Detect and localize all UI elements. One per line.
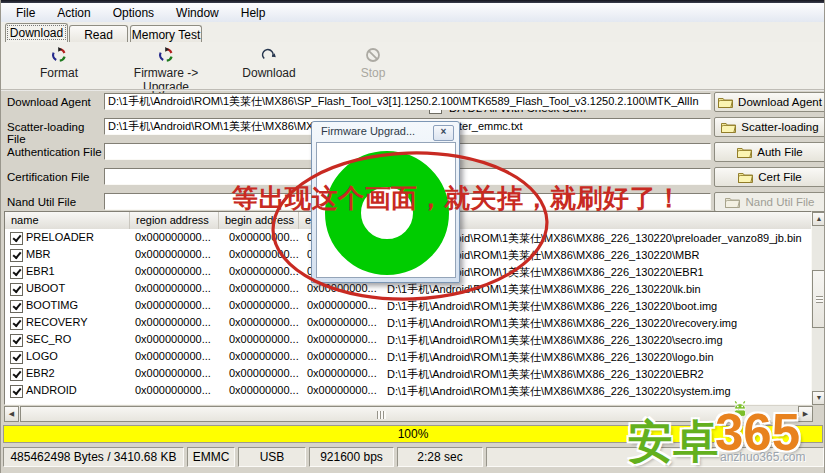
table-row[interactable]: LOGO0x000000000...0x00000000...0x0000000… [5, 348, 811, 365]
firmware-upgrade-button[interactable]: Firmware -> Upgrade [111, 47, 221, 85]
row-checkbox[interactable] [10, 249, 23, 262]
row-name: RECOVERY [26, 316, 88, 328]
folder-icon [721, 122, 736, 133]
format-label: Format [40, 66, 78, 80]
scroll-up-icon[interactable]: ▲ [812, 212, 825, 226]
menu-window[interactable]: Window [165, 4, 230, 22]
table-row[interactable]: SEC_RO0x000000000...0x00000000...0x00000… [5, 331, 811, 348]
scatter-file-label: Scatter-loading File [7, 121, 105, 145]
row-region-address: 0x000000000... [135, 231, 211, 243]
column-header-name[interactable]: name [5, 212, 130, 229]
scroll-left-icon[interactable]: ◀ [4, 406, 19, 422]
download-button[interactable]: Download [214, 47, 324, 85]
nand-util-label: Nand Util File [7, 196, 105, 208]
cert-file-label: Certification File [7, 171, 105, 183]
row-end-address: 0x00000000... [307, 316, 377, 328]
auth-file-label: Authentication File [7, 146, 105, 158]
row-end-address: 0x00000000... [307, 333, 377, 345]
column-header-region-address[interactable]: region address [130, 212, 219, 229]
menu-file[interactable]: File [5, 4, 46, 22]
row-checkbox[interactable] [10, 232, 23, 245]
close-icon[interactable]: × [433, 125, 454, 141]
auth-file-browse-button[interactable]: Auth File [714, 142, 825, 162]
status-elapsed-time: 2:28 sec [397, 447, 483, 467]
scatter-loading-browse-label: Scatter-loading [741, 121, 818, 133]
download-arrow-icon [261, 47, 277, 63]
row-file-path: D:\1手机\Android\ROM\1美莱仕\MX86\MX86_226_13… [387, 384, 731, 399]
row-end-address: 0x00000000... [307, 384, 377, 396]
row-region-address: 0x000000000... [135, 282, 211, 294]
row-name: EBR1 [26, 265, 55, 277]
row-region-address: 0x000000000... [135, 265, 211, 277]
row-name: SEC_RO [26, 333, 71, 345]
tab-memory-test[interactable]: Memory Test [130, 25, 202, 42]
row-name: LOGO [26, 350, 58, 362]
download-agent-browse-button[interactable]: Download Agent [714, 92, 825, 112]
status-storage-type: EMMC [187, 447, 235, 467]
table-row[interactable]: ANDROID0x000000000...0x00000000...0x0000… [5, 382, 811, 399]
row-end-address: 0x00000000... [307, 350, 377, 362]
row-name: MBR [26, 248, 50, 260]
table-horizontal-scrollbar[interactable]: ◀ ▶ [4, 406, 813, 422]
horizontal-scroll-thumb[interactable] [20, 406, 739, 422]
folder-icon [725, 197, 740, 208]
row-checkbox[interactable] [10, 266, 23, 279]
download-agent-field[interactable]: D:\1手机\Android\ROM\1美莱仕\MX86\SP_Flash_To… [104, 93, 711, 110]
scroll-down-icon[interactable]: ▼ [812, 391, 825, 405]
vertical-scroll-thumb[interactable] [812, 270, 825, 328]
row-checkbox[interactable] [10, 283, 23, 296]
row-file-path: D:\1手机\Android\ROM\1美莱仕\MX86\MX86_226_13… [387, 282, 701, 297]
row-checkbox[interactable] [10, 351, 23, 364]
row-begin-address: 0x00000000... [229, 282, 299, 294]
row-checkbox[interactable] [10, 368, 23, 381]
table-row[interactable]: BOOTIMG0x000000000...0x00000000...0x0000… [5, 297, 811, 314]
row-begin-address: 0x00000000... [229, 367, 299, 379]
row-begin-address: 0x00000000... [229, 231, 299, 243]
cert-file-browse-button[interactable]: Cert File [714, 167, 825, 187]
row-file-path: D:\1手机\Android\ROM\1美莱仕\MX86\MX86_226_13… [387, 299, 717, 314]
menu-bar: File Action Options Window Help [1, 3, 825, 22]
row-region-address: 0x000000000... [135, 248, 211, 260]
folder-icon [718, 97, 733, 108]
scroll-grip [816, 296, 823, 303]
row-end-address: 0x00000000... [307, 299, 377, 311]
format-button[interactable]: Format [4, 47, 114, 85]
row-end-address: 0x00000000... [307, 282, 377, 294]
row-checkbox[interactable] [10, 317, 23, 330]
flash-tool-window: File Action Options Window Help Download… [0, 0, 825, 473]
status-empty-cell [486, 447, 824, 467]
stop-label: Stop [361, 66, 386, 80]
table-row[interactable]: RECOVERY0x000000000...0x00000000...0x000… [5, 314, 811, 331]
row-begin-address: 0x00000000... [229, 316, 299, 328]
menu-action[interactable]: Action [46, 4, 101, 22]
row-name: ANDROID [26, 384, 77, 396]
table-vertical-scrollbar[interactable]: ▲ ▼ [812, 212, 825, 405]
row-name: UBOOT [26, 282, 65, 294]
stop-button: Stop [318, 47, 428, 85]
dialog-title[interactable]: Firmware Upgrad... [321, 125, 415, 137]
table-row[interactable]: EBR20x000000000...0x00000000...0x0000000… [5, 365, 811, 382]
row-checkbox[interactable] [10, 300, 23, 313]
row-checkbox[interactable] [10, 385, 23, 398]
tab-download[interactable]: Download [5, 23, 68, 42]
row-name: BOOTIMG [26, 299, 78, 311]
row-checkbox[interactable] [10, 334, 23, 347]
row-file-path: D:\1手机\Android\ROM\1美莱仕\MX86\MX86_226_13… [387, 350, 714, 365]
status-baud-rate: 921600 bps [309, 447, 394, 467]
folder-icon [737, 147, 752, 158]
row-region-address: 0x000000000... [135, 316, 211, 328]
scroll-right-icon[interactable]: ▶ [798, 406, 813, 422]
tab-read-back[interactable]: Read back [69, 25, 128, 42]
row-name: EBR2 [26, 367, 55, 379]
row-region-address: 0x000000000... [135, 367, 211, 379]
menu-help[interactable]: Help [230, 4, 277, 22]
nand-util-browse-button: Nand Util File [714, 192, 825, 212]
row-region-address: 0x000000000... [135, 333, 211, 345]
progress-bar: 100% [3, 425, 823, 443]
menu-options[interactable]: Options [102, 4, 165, 22]
row-file-path: D:\1手机\Android\ROM\1美莱仕\MX86\MX86_226_13… [387, 367, 704, 382]
folder-icon [738, 172, 753, 183]
toolbar: Format Firmware -> Upgrade Download Stop… [1, 42, 825, 90]
scatter-loading-browse-button[interactable]: Scatter-loading [714, 117, 825, 137]
toolbar-separator [1, 89, 825, 91]
